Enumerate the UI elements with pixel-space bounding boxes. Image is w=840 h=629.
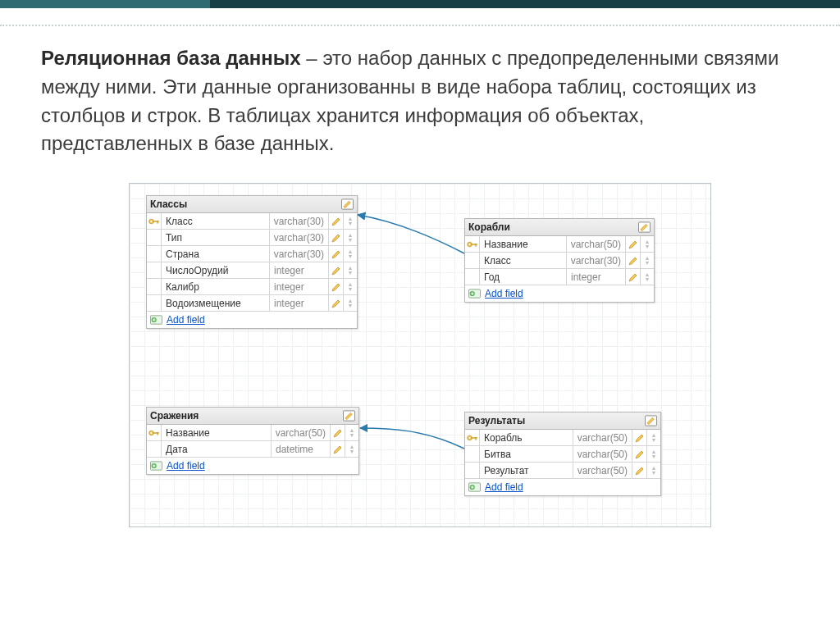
table-edit-icon[interactable]: [638, 221, 651, 233]
field-row[interactable]: Битваvarchar(50)▲▼: [465, 446, 660, 463]
reorder-handle[interactable]: ▲▼: [647, 446, 660, 462]
table-edit-icon[interactable]: [343, 410, 355, 422]
field-type: integer: [270, 295, 329, 311]
er-diagram-canvas: Классы Классvarchar(30)▲▼Типvarchar(30)▲…: [129, 183, 711, 527]
reorder-handle[interactable]: ▲▼: [344, 295, 357, 311]
field-type: varchar(30): [270, 213, 329, 229]
pencil-icon[interactable]: [632, 430, 647, 445]
field-name: Корабль: [480, 430, 573, 445]
key-cell-empty: [147, 230, 162, 245]
field-type: integer: [270, 262, 329, 278]
pencil-icon[interactable]: [329, 262, 344, 278]
primary-key-icon: [147, 425, 162, 440]
field-name: Битва: [480, 446, 573, 462]
table-header[interactable]: Корабли: [465, 219, 654, 236]
table-title: Результаты: [468, 415, 645, 426]
table-box-classes[interactable]: Классы Классvarchar(30)▲▼Типvarchar(30)▲…: [146, 195, 358, 329]
add-field-row[interactable]: Add field: [465, 285, 654, 302]
field-name: Калибр: [162, 279, 270, 294]
reorder-handle[interactable]: ▲▼: [344, 230, 357, 245]
pencil-icon[interactable]: [329, 279, 344, 294]
field-row[interactable]: ЧислоОрудийinteger▲▼: [147, 262, 357, 279]
field-row[interactable]: Годinteger▲▼: [465, 269, 654, 285]
field-row[interactable]: Классvarchar(30)▲▼: [465, 253, 654, 269]
svg-point-16: [150, 432, 152, 434]
table-title: Классы: [150, 198, 341, 210]
table-header[interactable]: Результаты: [465, 412, 660, 430]
pencil-icon[interactable]: [626, 269, 641, 285]
add-field-link[interactable]: Add field: [167, 460, 205, 472]
key-cell-empty: [147, 441, 162, 457]
field-rows: Классvarchar(30)▲▼Типvarchar(30)▲▼Страна…: [147, 213, 357, 312]
key-cell-empty: [147, 262, 162, 278]
key-cell-empty: [147, 279, 162, 294]
field-type: varchar(30): [270, 230, 329, 245]
pencil-icon[interactable]: [632, 463, 647, 478]
reorder-handle[interactable]: ▲▼: [345, 441, 358, 457]
table-box-battles[interactable]: Сражения Названиеvarchar(50)▲▼Датаdateti…: [146, 407, 359, 475]
table-header[interactable]: Сражения: [147, 408, 358, 425]
content-area: Реляционная база данных – это набор данн…: [0, 28, 840, 527]
pencil-icon[interactable]: [331, 441, 345, 457]
pencil-icon[interactable]: [626, 236, 641, 252]
field-row[interactable]: Странаvarchar(30)▲▼: [147, 246, 357, 262]
reorder-handle[interactable]: ▲▼: [641, 269, 654, 285]
top-border-segment: [210, 0, 840, 8]
reorder-handle[interactable]: ▲▼: [641, 236, 654, 252]
add-field-link[interactable]: Add field: [485, 288, 523, 299]
add-field-icon: [150, 461, 162, 471]
pencil-icon[interactable]: [329, 213, 344, 229]
table-box-ships[interactable]: Корабли Названиеvarchar(50)▲▼Классvarcha…: [464, 218, 655, 303]
pencil-icon[interactable]: [331, 425, 345, 440]
field-type: varchar(30): [270, 246, 329, 262]
primary-key-icon: [465, 236, 480, 252]
reorder-handle[interactable]: ▲▼: [344, 262, 357, 278]
add-field-row[interactable]: Add field: [465, 479, 660, 495]
add-field-link[interactable]: Add field: [167, 314, 205, 326]
field-name: Название: [480, 236, 567, 252]
svg-point-9: [468, 244, 470, 245]
pencil-icon[interactable]: [329, 246, 344, 262]
reorder-handle[interactable]: ▲▼: [344, 279, 357, 294]
table-header[interactable]: Классы: [147, 196, 357, 213]
pencil-icon[interactable]: [632, 446, 647, 462]
add-field-row[interactable]: Add field: [147, 458, 358, 474]
field-row[interactable]: Названиеvarchar(50)▲▼: [465, 236, 654, 253]
reorder-handle[interactable]: ▲▼: [647, 463, 660, 478]
pencil-icon[interactable]: [626, 253, 641, 268]
add-field-link[interactable]: Add field: [485, 481, 523, 493]
field-name: Год: [480, 269, 567, 285]
svg-rect-25: [475, 437, 476, 440]
field-row[interactable]: Датаdatetime▲▼: [147, 441, 358, 458]
reorder-handle[interactable]: ▲▼: [345, 425, 358, 440]
table-box-results[interactable]: Результаты Корабльvarchar(50)▲▼Битваvarc…: [464, 412, 661, 496]
reorder-handle[interactable]: ▲▼: [344, 213, 357, 229]
field-row[interactable]: Результатvarchar(50)▲▼: [465, 463, 660, 479]
primary-key-icon: [465, 430, 480, 445]
field-type: integer: [567, 269, 626, 285]
add-field-icon: [468, 289, 481, 299]
add-field-row[interactable]: Add field: [147, 312, 357, 328]
field-name: Страна: [162, 246, 270, 262]
field-row[interactable]: Водоизмещениеinteger▲▼: [147, 295, 357, 312]
field-row[interactable]: Классvarchar(30)▲▼: [147, 213, 357, 230]
field-row[interactable]: Калибрinteger▲▼: [147, 279, 357, 295]
reorder-handle[interactable]: ▲▼: [344, 246, 357, 262]
field-row[interactable]: Корабльvarchar(50)▲▼: [465, 430, 660, 446]
slide-top-border: [0, 0, 840, 8]
reorder-handle[interactable]: ▲▼: [641, 253, 654, 268]
table-title: Сражения: [150, 410, 343, 422]
field-name: Класс: [480, 253, 567, 268]
reorder-handle[interactable]: ▲▼: [647, 430, 660, 445]
field-row[interactable]: Типvarchar(30)▲▼: [147, 230, 357, 246]
pencil-icon[interactable]: [329, 295, 344, 311]
top-border-segment: [0, 0, 210, 8]
table-edit-icon[interactable]: [341, 198, 354, 210]
field-name: Тип: [162, 230, 270, 245]
pencil-icon[interactable]: [329, 230, 344, 245]
field-row[interactable]: Названиеvarchar(50)▲▼: [147, 425, 358, 441]
definition-paragraph: Реляционная база данных – это набор данн…: [41, 44, 799, 158]
table-edit-icon[interactable]: [645, 415, 657, 426]
field-rows: Названиеvarchar(50)▲▼Классvarchar(30)▲▼Г…: [465, 236, 654, 285]
field-name: Класс: [162, 213, 270, 229]
